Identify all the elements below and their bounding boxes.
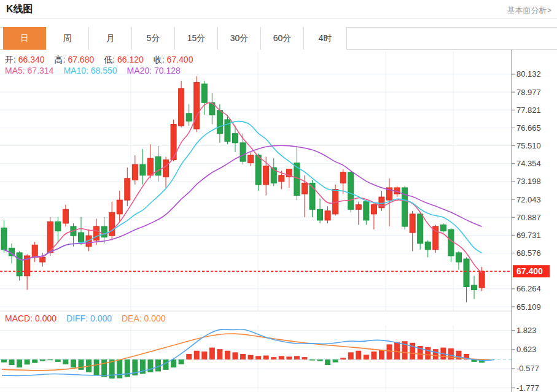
readout-pair: MA10: 68.550 bbox=[63, 66, 117, 75]
ma-readout: MA5: 67.314MA10: 68.550MA20: 70.128 bbox=[5, 66, 190, 75]
readout-pair: 开: 66.340 bbox=[5, 55, 45, 64]
ohlc-readout: 开: 66.340高: 67.680低: 66.120收: 67.400 bbox=[5, 55, 203, 66]
fundamental-analysis-link[interactable]: 基本面分析> bbox=[507, 5, 551, 16]
readout-pair: 高: 67.680 bbox=[55, 55, 95, 64]
readout-pair: MA20: 70.128 bbox=[127, 66, 181, 75]
readout-pair: MACD: 0.000 bbox=[5, 313, 56, 323]
svg-text:65.109: 65.109 bbox=[516, 302, 541, 312]
svg-text:67.400: 67.400 bbox=[516, 266, 543, 276]
svg-text:69.731: 69.731 bbox=[516, 231, 541, 240]
svg-text:70.887: 70.887 bbox=[516, 213, 541, 222]
svg-text:74.354: 74.354 bbox=[516, 159, 541, 168]
page-title: K线图 bbox=[6, 3, 33, 16]
svg-text:73.198: 73.198 bbox=[516, 177, 541, 186]
readout-pair: DIFF: 0.000 bbox=[66, 313, 112, 323]
tab-6[interactable]: 60分 bbox=[261, 27, 304, 50]
y-axis: 80.13278.97777.82176.66575.51074.35473.1… bbox=[512, 50, 541, 392]
svg-text:76.665: 76.665 bbox=[516, 123, 541, 133]
header: K线图 基本面分析> bbox=[0, 0, 557, 19]
svg-text:75.510: 75.510 bbox=[516, 141, 541, 150]
tab-2[interactable]: 月 bbox=[89, 27, 132, 50]
tab-3[interactable]: 5分 bbox=[132, 27, 175, 50]
tab-7[interactable]: 4时 bbox=[304, 27, 347, 50]
period-tabbar: 日周月5分15分30分60分4时 bbox=[0, 27, 557, 50]
readout-pair: 收: 67.400 bbox=[154, 55, 193, 64]
readout-pair: MA5: 67.314 bbox=[5, 66, 53, 75]
period-tabs: 日周月5分15分30分60分4时 bbox=[3, 27, 347, 50]
svg-text:1.823: 1.823 bbox=[516, 326, 537, 335]
svg-text:78.977: 78.977 bbox=[516, 88, 541, 97]
svg-text:68.576: 68.576 bbox=[516, 248, 541, 258]
ma5-line bbox=[4, 102, 482, 273]
tab-day[interactable]: 日 bbox=[3, 27, 46, 50]
svg-text:80.132: 80.132 bbox=[516, 69, 541, 79]
svg-text:-1.777: -1.777 bbox=[516, 383, 539, 392]
svg-text:77.821: 77.821 bbox=[516, 106, 541, 115]
tab-1[interactable]: 周 bbox=[46, 27, 89, 50]
tab-5[interactable]: 30分 bbox=[218, 27, 261, 50]
price-badge: 67.400 bbox=[513, 265, 550, 277]
svg-text:-0.577: -0.577 bbox=[516, 364, 539, 373]
grid-lines bbox=[0, 52, 512, 392]
svg-text:72.043: 72.043 bbox=[516, 195, 541, 204]
readout-pair: DEA: 0.000 bbox=[122, 313, 166, 323]
macd-readout: MACD: 0.000DIFF: 0.000DEA: 0.000 bbox=[5, 313, 176, 323]
readout-pair: 低: 66.120 bbox=[104, 55, 144, 64]
svg-text:0.623: 0.623 bbox=[516, 345, 537, 354]
svg-text:66.264: 66.264 bbox=[516, 284, 541, 293]
tab-4[interactable]: 15分 bbox=[175, 27, 218, 50]
